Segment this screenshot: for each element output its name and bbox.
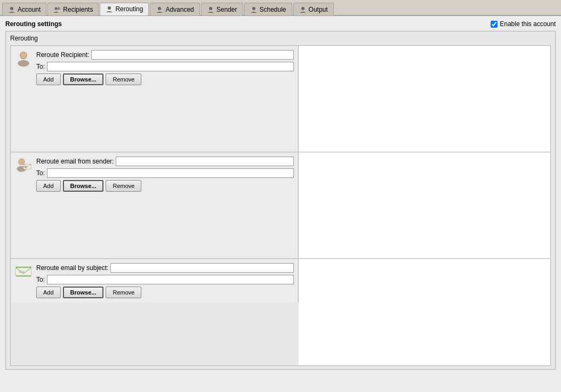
settings-title: Rerouting settings <box>5 20 62 28</box>
recipient-browse-button[interactable]: Browse... <box>63 74 104 85</box>
tab-bar: Account Recipients Rerouting Advanced Se… <box>0 0 561 16</box>
subject-envelope-icon <box>15 263 32 280</box>
subject-fields: Reroute email by subject: To: Add Browse… <box>36 263 294 298</box>
tab-advanced-label: Advanced <box>165 6 194 13</box>
reroute-section-sender: Reroute email from sender: To: Add Brows… <box>11 152 550 259</box>
enable-label: Enable this account <box>500 20 556 28</box>
svg-point-6 <box>252 7 255 10</box>
svg-point-12 <box>19 159 25 165</box>
svg-point-1 <box>55 7 58 10</box>
tab-sender[interactable]: Sender <box>201 3 243 15</box>
svg-point-4 <box>158 7 161 10</box>
sender-person-icon <box>15 157 32 174</box>
recipient-to-row: To: <box>36 62 294 71</box>
svg-point-0 <box>10 7 13 10</box>
tab-recipients-label: Recipients <box>63 6 93 13</box>
recipient-from-label: Reroute Recipient: <box>36 51 89 59</box>
tab-advanced[interactable]: Advanced <box>150 3 199 15</box>
reroute-inner-subject: Reroute email by subject: To: Add Browse… <box>15 263 294 298</box>
recipient-fields: Reroute Recipient: To: Add Browse... Rem… <box>36 50 294 85</box>
enable-row: Enable this account <box>491 20 556 28</box>
header-row: Rerouting settings Enable this account <box>5 20 556 28</box>
tab-output[interactable]: Output <box>293 3 334 15</box>
tab-recipients[interactable]: Recipients <box>47 3 99 15</box>
svg-point-5 <box>209 7 212 10</box>
rerouting-icon <box>106 5 113 13</box>
left-panel-sender: Reroute email from sender: To: Add Brows… <box>11 152 299 258</box>
reroute-inner-recipient: Reroute Recipient: To: Add Browse... Rem… <box>15 50 294 85</box>
account-icon <box>8 6 15 13</box>
sender-from-row: Reroute email from sender: <box>36 157 294 166</box>
reroute-section-subject: Reroute email by subject: To: Add Browse… <box>11 259 550 365</box>
tab-schedule-label: Schedule <box>260 6 286 13</box>
sender-from-label: Reroute email from sender: <box>36 158 114 165</box>
subject-add-button[interactable]: Add <box>36 287 61 298</box>
tab-account-label: Account <box>18 6 41 13</box>
recipient-buttons: Add Browse... Remove <box>36 74 294 85</box>
recipient-person-icon <box>15 50 32 67</box>
sender-from-input[interactable] <box>116 157 294 166</box>
reroute-sections: Reroute Recipient: To: Add Browse... Rem… <box>10 45 551 366</box>
sender-browse-button[interactable]: Browse... <box>63 180 104 192</box>
sender-to-label: To: <box>36 169 45 177</box>
subject-from-label: Reroute email by subject: <box>36 264 108 272</box>
left-panel-recipient: Reroute Recipient: To: Add Browse... Rem… <box>11 46 299 152</box>
subject-to-row: To: <box>36 275 294 284</box>
subject-to-label: To: <box>36 276 45 283</box>
recipient-add-button[interactable]: Add <box>36 74 61 85</box>
reroute-section-recipient: Reroute Recipient: To: Add Browse... Rem… <box>11 46 550 152</box>
recipients-icon <box>53 6 61 13</box>
tab-output-label: Output <box>309 6 328 13</box>
sender-buttons: Add Browse... Remove <box>36 180 294 192</box>
tab-rerouting[interactable]: Rerouting <box>100 3 149 15</box>
right-panel-sender <box>299 152 550 258</box>
right-panel-recipient <box>299 46 550 152</box>
sender-icon <box>207 6 214 13</box>
sender-fields: Reroute email from sender: To: Add Brows… <box>36 157 294 192</box>
svg-rect-15 <box>25 166 27 168</box>
svg-point-10 <box>21 52 27 58</box>
svg-point-3 <box>108 6 111 10</box>
output-icon <box>299 6 307 13</box>
subject-buttons: Add Browse... Remove <box>36 287 294 298</box>
svg-rect-18 <box>16 268 31 275</box>
recipient-from-row: Reroute Recipient: <box>36 50 294 60</box>
sender-to-input[interactable] <box>47 168 294 178</box>
tab-rerouting-label: Rerouting <box>115 5 143 13</box>
svg-point-2 <box>58 7 60 10</box>
main-content: Rerouting settings Enable this account R… <box>0 16 561 392</box>
subject-remove-button[interactable]: Remove <box>106 287 141 298</box>
svg-point-7 <box>301 7 304 10</box>
group-title: Rerouting <box>10 35 551 42</box>
advanced-icon <box>156 6 163 13</box>
tab-schedule[interactable]: Schedule <box>244 3 292 15</box>
recipient-to-label: To: <box>36 63 45 70</box>
recipient-from-input[interactable] <box>91 50 294 60</box>
tab-sender-label: Sender <box>217 6 237 13</box>
reroute-inner-sender: Reroute email from sender: To: Add Brows… <box>15 157 294 192</box>
recipient-remove-button[interactable]: Remove <box>106 74 141 85</box>
rerouting-group: Rerouting Reroute Recipient: <box>5 31 556 370</box>
schedule-icon <box>250 6 258 13</box>
left-panel-subject: Reroute email by subject: To: Add Browse… <box>11 259 299 303</box>
tab-account[interactable]: Account <box>2 3 46 15</box>
subject-from-input[interactable] <box>110 263 294 273</box>
recipient-to-input[interactable] <box>47 62 294 71</box>
sender-remove-button[interactable]: Remove <box>106 180 141 192</box>
subject-to-input[interactable] <box>47 275 294 284</box>
enable-checkbox[interactable] <box>491 21 498 28</box>
subject-browse-button[interactable]: Browse... <box>63 287 104 298</box>
svg-point-9 <box>18 60 29 67</box>
subject-from-row: Reroute email by subject: <box>36 263 294 273</box>
right-panel-subject <box>299 259 550 365</box>
sender-to-row: To: <box>36 168 294 178</box>
sender-add-button[interactable]: Add <box>36 180 61 192</box>
